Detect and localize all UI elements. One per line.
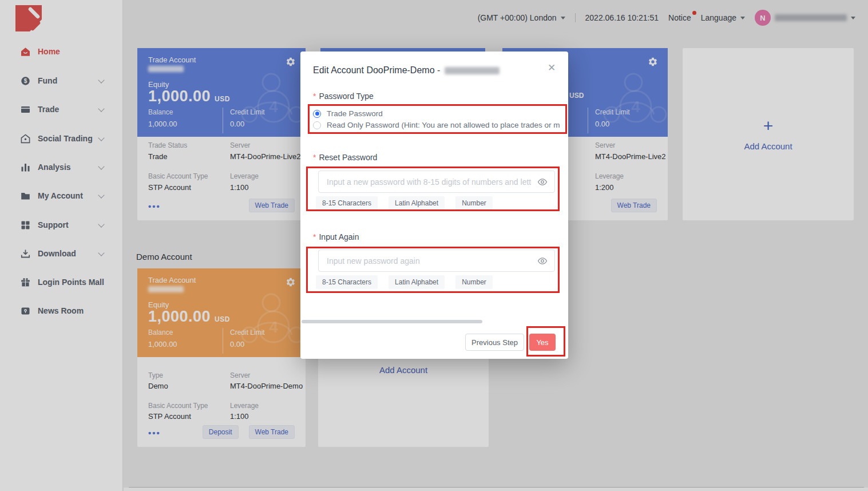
eye-icon[interactable] — [537, 177, 548, 187]
radio-label: Read Only Password (Hint: You are not al… — [327, 121, 560, 129]
label-text: Reset Password — [319, 153, 377, 162]
label-text: Input Again — [319, 232, 359, 241]
previous-step-button[interactable]: Previous Step — [465, 334, 524, 351]
input-again-label: *Input Again — [313, 232, 359, 241]
tag-latin-alphabet: Latin Alphabet — [389, 275, 445, 289]
password-rule-tags: 8-15 Characters Latin Alphabet Number — [316, 196, 493, 210]
label-text: Password Type — [319, 92, 373, 101]
tag-characters: 8-15 Characters — [316, 275, 378, 289]
modal-title: Edit Account DooPrime-Demo - — [313, 65, 500, 76]
tag-latin-alphabet: Latin Alphabet — [389, 196, 445, 210]
password-rule-tags: 8-15 Characters Latin Alphabet Number — [316, 275, 493, 289]
reset-password-label: *Reset Password — [313, 153, 377, 162]
account-number-redacted — [445, 67, 500, 74]
tag-number: Number — [455, 196, 493, 210]
yes-button[interactable]: Yes — [529, 334, 556, 351]
required-marker: * — [313, 153, 316, 162]
radio-unselected-icon — [313, 121, 321, 129]
eye-icon[interactable] — [537, 256, 548, 266]
radio-read-only-password[interactable]: Read Only Password (Hint: You are not al… — [313, 121, 560, 129]
new-password-input[interactable] — [318, 171, 555, 193]
radio-label: Trade Password — [327, 109, 383, 118]
required-marker: * — [313, 92, 316, 101]
close-icon[interactable]: ✕ — [548, 63, 556, 73]
edit-account-modal: Edit Account DooPrime-Demo - ✕ *Password… — [300, 52, 568, 359]
radio-selected-icon — [313, 110, 321, 118]
doo-prime-dashboard: Home $ Fund Trade Social Trading Analysi… — [0, 0, 868, 491]
radio-trade-password[interactable]: Trade Password — [313, 109, 560, 118]
horizontal-scrollbar-thumb[interactable] — [302, 320, 482, 323]
required-marker: * — [313, 232, 316, 241]
modal-title-text: Edit Account DooPrime-Demo - — [313, 65, 440, 76]
tag-characters: 8-15 Characters — [316, 196, 378, 210]
confirm-password-input[interactable] — [318, 250, 555, 272]
tag-number: Number — [455, 275, 493, 289]
password-type-label: *Password Type — [313, 92, 374, 101]
